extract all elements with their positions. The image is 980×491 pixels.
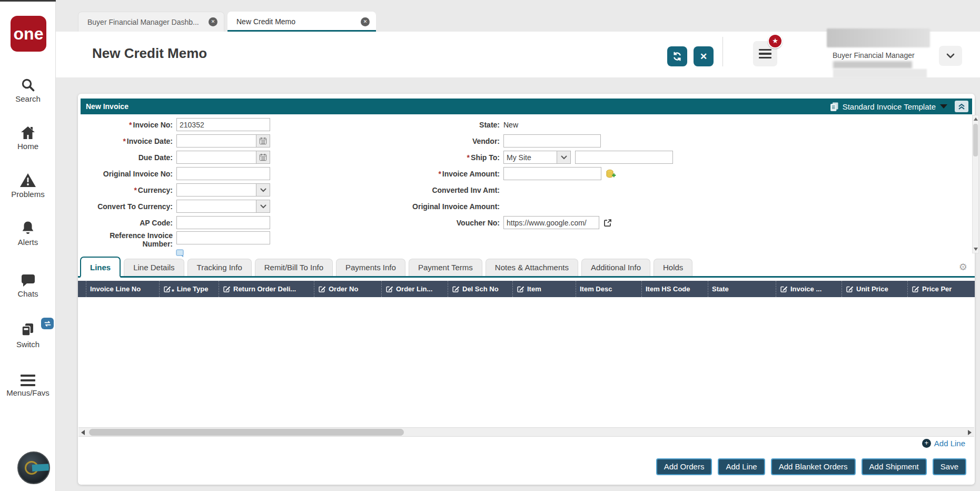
tab-remit-bill-to-info[interactable]: Remit/Bill To Info	[255, 259, 333, 276]
chevron-down-icon[interactable]	[557, 151, 571, 164]
add-line-button[interactable]: Add Line	[718, 458, 765, 475]
invoice-date-input[interactable]	[176, 134, 256, 148]
home-icon	[20, 125, 36, 140]
redacted-user-text	[833, 61, 912, 68]
col-order-line[interactable]: Order Lin...	[381, 281, 448, 297]
col-return-order-delivery[interactable]: Return Order Deli...	[219, 281, 314, 297]
tab-tracking-info[interactable]: Tracking Info	[187, 259, 252, 276]
state-field: State: New	[374, 118, 518, 131]
edit-icon	[223, 285, 231, 293]
invoice-amount-input[interactable]	[503, 167, 601, 180]
edit-icon	[385, 285, 393, 293]
sidebar: one Search Home Problems Alerts Chats Sw…	[0, 0, 56, 491]
panel-title: New Invoice	[81, 102, 830, 111]
col-invoice[interactable]: Invoice ...	[776, 281, 842, 297]
tab-lines[interactable]: Lines	[80, 257, 121, 278]
collapse-panel-button[interactable]	[955, 101, 968, 112]
sidebar-item-chats[interactable]: Chats	[0, 273, 56, 298]
scrollbar-thumb[interactable]	[89, 429, 404, 436]
app-logo[interactable]: one	[11, 16, 46, 52]
col-price-per[interactable]: Price Per	[907, 281, 975, 297]
close-icon[interactable]: ✕	[361, 17, 370, 26]
calendar-icon[interactable]	[256, 151, 270, 164]
sidebar-item-switch[interactable]: Switch	[0, 322, 56, 349]
scroll-down-arrow-icon[interactable]	[974, 248, 978, 251]
horizontal-scrollbar[interactable]	[78, 427, 974, 437]
add-orders-button[interactable]: Add Orders	[656, 458, 712, 475]
user-menu-dropdown[interactable]	[939, 46, 962, 66]
original-invoice-no-input[interactable]	[176, 167, 270, 180]
voucher-no-input[interactable]	[503, 216, 599, 229]
sidebar-item-home[interactable]: Home	[0, 125, 56, 151]
chevron-down-icon[interactable]	[256, 183, 270, 197]
currency-field: *Currency:	[81, 183, 270, 197]
currency-input[interactable]	[176, 183, 256, 197]
template-selector[interactable]: Standard Invoice Template	[843, 102, 936, 111]
vendor-input[interactable]	[503, 134, 601, 148]
ship-to-select[interactable]	[503, 151, 557, 164]
tab-payments-info[interactable]: Payments Info	[336, 259, 405, 276]
user-avatar[interactable]	[17, 451, 50, 484]
add-line-link[interactable]: + Add Line	[922, 439, 965, 448]
add-shipment-button[interactable]: Add Shipment	[862, 458, 927, 475]
close-icon[interactable]: ✕	[209, 17, 217, 26]
search-icon	[20, 77, 36, 93]
tab-line-details[interactable]: Line Details	[124, 259, 184, 276]
sidebar-item-menus-favs[interactable]: Menus/Favs	[0, 374, 56, 397]
calendar-icon[interactable]	[256, 134, 270, 148]
external-link-icon[interactable]	[603, 219, 612, 227]
col-del-sch-no[interactable]: Del Sch No	[448, 281, 512, 297]
refresh-icon	[672, 51, 682, 62]
tab-new-credit-memo[interactable]: New Credit Memo ✕	[227, 12, 376, 32]
sidebar-item-search[interactable]: Search	[0, 77, 56, 103]
convert-to-currency-field: Convert To Currency:	[81, 200, 270, 213]
col-item-desc[interactable]: Item Desc	[576, 281, 641, 297]
tab-buyer-financial-manager-dashboard[interactable]: Buyer Financial Manager Dashb... ✕	[78, 12, 224, 32]
vertical-scrollbar[interactable]	[972, 115, 979, 253]
scrollbar-thumb[interactable]	[973, 124, 978, 156]
add-currency-icon[interactable]	[606, 169, 616, 179]
scroll-left-arrow-icon[interactable]	[81, 430, 85, 435]
favorite-star-badge[interactable]: ★	[768, 34, 783, 48]
convert-to-currency-input[interactable]	[176, 200, 256, 213]
edit-icon	[912, 285, 919, 293]
ap-code-input[interactable]	[176, 216, 270, 229]
gear-icon[interactable]: ⚙	[959, 261, 967, 272]
invoice-date-field: *Invoice Date:	[81, 134, 270, 148]
tab-payment-terms[interactable]: Payment Terms	[409, 259, 482, 276]
add-blanket-orders-button[interactable]: Add Blanket Orders	[771, 458, 856, 475]
sidebar-item-problems[interactable]: Problems	[0, 173, 56, 199]
refresh-button[interactable]	[667, 46, 687, 66]
reference-invoice-number-input[interactable]	[176, 231, 270, 244]
save-button[interactable]: Save	[933, 458, 966, 475]
chevron-down-icon[interactable]	[256, 200, 270, 213]
switch-badge-icon[interactable]	[41, 318, 54, 329]
template-dropdown-icon[interactable]	[940, 104, 947, 109]
col-invoice-line-no[interactable]: Invoice Line No	[86, 281, 159, 297]
vendor-field: Vendor:	[374, 134, 601, 148]
original-invoice-no-field: Original Invoice No:	[81, 167, 270, 180]
tab-notes-attachments[interactable]: Notes & Attachments	[486, 259, 578, 276]
col-order-no[interactable]: Order No	[314, 281, 381, 297]
top-accent-line	[0, 0, 56, 2]
invoice-no-input[interactable]	[176, 118, 270, 131]
sidebar-item-alerts[interactable]: Alerts	[0, 220, 56, 247]
ship-to-site-input[interactable]	[575, 151, 673, 164]
col-item[interactable]: Item	[512, 281, 576, 297]
col-item-hs-code[interactable]: Item HS Code	[641, 281, 708, 297]
lines-table-header: Invoice Line No * Line Type Return Order…	[78, 281, 975, 297]
tab-holds[interactable]: Holds	[654, 259, 692, 276]
ap-code-field: AP Code:	[81, 216, 270, 229]
col-line-type[interactable]: * Line Type	[159, 281, 219, 297]
edit-icon	[452, 285, 460, 293]
col-unit-price[interactable]: Unit Price	[842, 281, 907, 297]
scroll-right-arrow-icon[interactable]	[968, 430, 972, 435]
tab-additional-info[interactable]: Additional Info	[581, 259, 650, 276]
close-page-button[interactable]: ✕	[694, 46, 714, 66]
due-date-input[interactable]	[176, 151, 256, 164]
scroll-up-arrow-icon[interactable]	[974, 117, 978, 121]
invoice-amount-field: *Invoice Amount:	[374, 167, 616, 180]
plus-icon: +	[922, 439, 931, 448]
edit-icon	[163, 285, 171, 293]
col-state[interactable]: State	[708, 281, 776, 297]
